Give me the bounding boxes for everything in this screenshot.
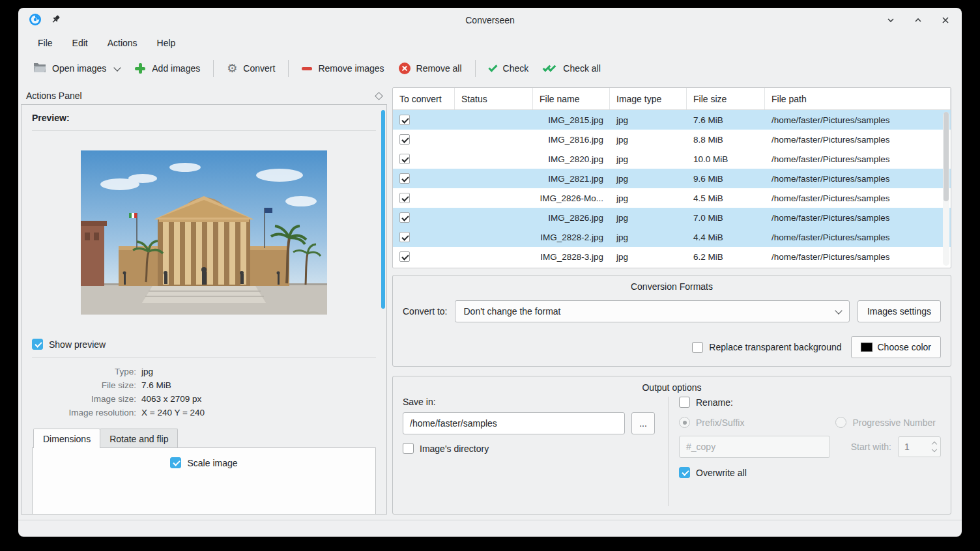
menu-file[interactable]: File bbox=[30, 35, 61, 51]
menu-help[interactable]: Help bbox=[149, 35, 184, 51]
choose-color-button[interactable]: Choose color bbox=[851, 336, 942, 358]
menu-actions[interactable]: Actions bbox=[100, 35, 145, 51]
minimize-button[interactable] bbox=[885, 14, 897, 26]
table-row[interactable]: IMG_2821.jpgjpg9.6 MiB/home/faster/Pictu… bbox=[393, 169, 951, 188]
actions-panel-header[interactable]: Actions Panel bbox=[21, 87, 387, 104]
save-path-input[interactable]: /home/faster/samples bbox=[403, 412, 625, 434]
start-with-spinbox[interactable]: 1 bbox=[898, 436, 941, 457]
conversion-formats-group: Conversion Formats Convert to: Don't cha… bbox=[392, 275, 951, 367]
browse-button[interactable]: ... bbox=[631, 412, 655, 434]
file-table: To convertStatusFile nameImage typeFile … bbox=[392, 87, 951, 268]
remove-all-button[interactable]: Remove all bbox=[392, 57, 469, 79]
column-header-name[interactable]: File name bbox=[533, 88, 610, 109]
chevron-down-icon bbox=[835, 307, 842, 314]
file-table-scrollbar[interactable] bbox=[943, 112, 949, 266]
convert-button[interactable]: ⚙ Convert bbox=[220, 57, 282, 79]
menu-bar: File Edit Actions Help bbox=[18, 33, 962, 53]
image-type-cell: jpg bbox=[610, 154, 687, 164]
table-row[interactable]: IMG_2826.jpgjpg7.0 MiB/home/faster/Pictu… bbox=[393, 208, 951, 227]
check-all-label: Check all bbox=[563, 63, 601, 74]
column-header-check[interactable]: To convert bbox=[393, 88, 455, 109]
output-options-title: Output options bbox=[403, 382, 941, 393]
check-all-button[interactable]: Check all bbox=[536, 58, 608, 79]
images-directory-row: Image's directory bbox=[403, 443, 655, 454]
maximize-button[interactable] bbox=[912, 14, 924, 26]
to-convert-checkbox[interactable] bbox=[399, 115, 410, 125]
file-size-cell: 9.6 MiB bbox=[687, 174, 765, 184]
menu-edit[interactable]: Edit bbox=[65, 35, 96, 51]
images-directory-label: Image's directory bbox=[420, 444, 489, 454]
table-row[interactable]: IMG_2816.jpgjpg8.8 MiB/home/faster/Pictu… bbox=[393, 130, 951, 149]
conversion-formats-title: Conversion Formats bbox=[403, 281, 941, 292]
scale-image-checkbox[interactable] bbox=[170, 457, 181, 468]
check-button[interactable]: Check bbox=[482, 58, 536, 79]
to-convert-checkbox[interactable] bbox=[399, 251, 410, 262]
column-header-status[interactable]: Status bbox=[455, 88, 533, 109]
file-path-cell: /home/faster/Pictures/samples bbox=[765, 154, 951, 164]
progressive-number-radio[interactable] bbox=[835, 417, 846, 428]
to-convert-checkbox[interactable] bbox=[399, 212, 410, 223]
overwrite-all-checkbox[interactable] bbox=[679, 467, 690, 478]
replace-background-checkbox[interactable] bbox=[692, 342, 703, 353]
column-header-path[interactable]: File path bbox=[765, 88, 951, 109]
table-row[interactable]: IMG_2828-2.jpgjpg4.4 MiB/home/faster/Pic… bbox=[393, 227, 951, 247]
table-row[interactable]: IMG_2815.jpgjpg7.6 MiB/home/faster/Pictu… bbox=[393, 110, 951, 130]
output-options-group: Output options Save in: /home/faster/sam… bbox=[392, 376, 951, 515]
tab-rotate-flip[interactable]: Rotate and flip bbox=[100, 429, 178, 448]
column-header-type[interactable]: Image type bbox=[610, 88, 687, 109]
to-convert-checkbox[interactable] bbox=[399, 193, 410, 203]
actions-panel-title: Actions Panel bbox=[26, 91, 82, 101]
main-area: Actions Panel Preview: bbox=[18, 83, 962, 520]
to-convert-cell bbox=[393, 251, 455, 262]
prefix-suffix-option[interactable]: Prefix/Suffix bbox=[679, 417, 744, 428]
to-convert-checkbox[interactable] bbox=[399, 232, 410, 242]
actions-panel-body: Preview: bbox=[21, 104, 387, 515]
add-images-button[interactable]: Add images bbox=[127, 57, 207, 79]
pin-icon[interactable] bbox=[51, 14, 61, 26]
images-settings-button[interactable]: Images settings bbox=[857, 300, 941, 322]
add-plus-icon bbox=[134, 63, 146, 74]
remove-all-label: Remove all bbox=[416, 63, 462, 74]
show-preview-row: Show preview bbox=[32, 339, 376, 350]
title-bar[interactable]: Converseen bbox=[18, 8, 962, 33]
spin-down-icon[interactable] bbox=[932, 447, 937, 452]
table-row[interactable]: IMG_2828-3.jpgjpg6.2 MiB/home/faster/Pic… bbox=[393, 247, 951, 266]
actions-panel-scrollbar[interactable] bbox=[381, 110, 385, 309]
open-images-button[interactable]: Open images bbox=[26, 57, 127, 80]
rename-pattern-input[interactable]: #_copy bbox=[679, 436, 830, 458]
to-convert-checkbox[interactable] bbox=[399, 173, 410, 184]
tab-dimensions[interactable]: Dimensions bbox=[33, 429, 100, 448]
replace-background-row: Replace transparent background bbox=[692, 342, 841, 353]
prefix-suffix-radio[interactable] bbox=[679, 417, 690, 428]
table-row[interactable]: IMG_2820.jpgjpg10.0 MiB/home/faster/Pict… bbox=[393, 149, 951, 169]
images-directory-checkbox[interactable] bbox=[403, 443, 414, 454]
file-size-cell: 4.4 MiB bbox=[687, 233, 765, 242]
remove-images-button[interactable]: Remove images bbox=[295, 58, 391, 79]
remove-all-icon bbox=[399, 63, 411, 74]
to-convert-checkbox[interactable] bbox=[399, 134, 410, 145]
image-type-cell: jpg bbox=[610, 252, 687, 262]
start-with-value: 1 bbox=[899, 442, 929, 452]
image-size-value: 4063 x 2709 px bbox=[141, 394, 376, 404]
rename-checkbox[interactable] bbox=[679, 397, 690, 408]
to-convert-checkbox[interactable] bbox=[399, 154, 410, 164]
table-row[interactable]: IMG_2826-Mo...jpg4.5 MiB/home/faster/Pic… bbox=[393, 188, 951, 208]
window-title: Converseen bbox=[18, 15, 962, 25]
start-with-label: Start with: bbox=[851, 442, 891, 452]
check-icon bbox=[488, 63, 497, 72]
spinbox-arrows[interactable] bbox=[929, 442, 940, 451]
rename-pattern-value: #_copy bbox=[686, 442, 715, 452]
file-path-cell: /home/faster/Pictures/samples bbox=[765, 213, 951, 223]
file-name-cell: IMG_2821.jpg bbox=[533, 174, 610, 184]
show-preview-checkbox[interactable] bbox=[32, 339, 43, 350]
resolution-label: Image resolution: bbox=[32, 408, 136, 417]
file-path-cell: /home/faster/Pictures/samples bbox=[765, 115, 951, 125]
column-header-size[interactable]: File size bbox=[687, 88, 765, 109]
float-panel-icon[interactable] bbox=[375, 92, 383, 100]
save-path-value: /home/faster/samples bbox=[410, 418, 497, 429]
format-combobox[interactable]: Don't change the format bbox=[455, 300, 849, 322]
progressive-number-option[interactable]: Progressive Number bbox=[835, 417, 936, 428]
scrollbar-handle[interactable] bbox=[944, 112, 949, 201]
close-button[interactable] bbox=[940, 14, 951, 26]
rename-pattern-row: #_copy Start with: 1 bbox=[679, 436, 941, 458]
